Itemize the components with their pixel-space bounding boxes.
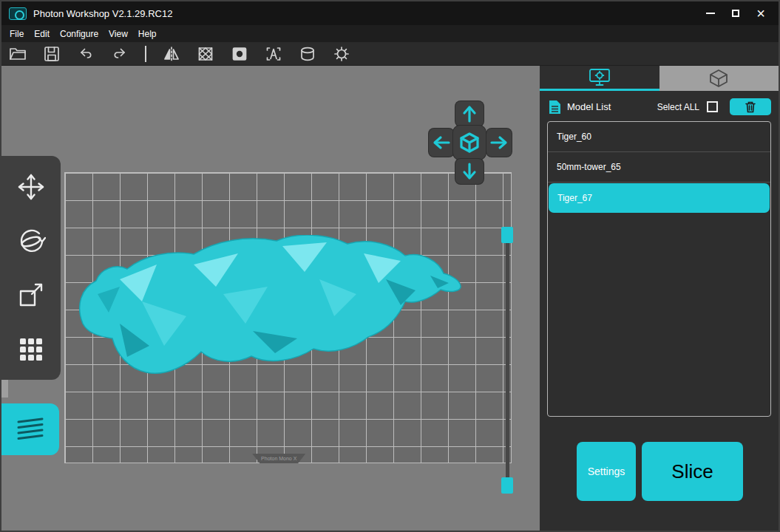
maximize-button[interactable] xyxy=(725,4,746,22)
model-list-item[interactable]: Tiger_67 xyxy=(549,183,770,213)
select-all-checkbox[interactable] xyxy=(707,101,718,112)
text-tool-icon xyxy=(265,45,282,63)
minimize-icon xyxy=(706,13,715,14)
text-tool-button[interactable] xyxy=(265,45,282,63)
nav-down-button[interactable] xyxy=(455,159,484,184)
menu-bar: File Edit Configure View Help xyxy=(1,25,779,42)
move-tool-button[interactable] xyxy=(10,166,52,208)
left-edge-notch xyxy=(1,378,8,398)
arrow-up-icon xyxy=(461,104,478,123)
primitive-cylinder-icon xyxy=(299,45,316,63)
app-window: Photon Workshop V2.1.29.RC12 × File Edit… xyxy=(0,0,780,532)
menu-file[interactable]: File xyxy=(4,27,29,41)
undo-icon xyxy=(77,45,95,63)
model-list-title: Model List xyxy=(567,101,611,112)
monitor-gear-icon xyxy=(589,68,611,87)
move-icon xyxy=(16,172,46,202)
tab-slice-preview[interactable] xyxy=(659,66,779,91)
array-icon xyxy=(16,334,46,364)
viewport-3d[interactable]: Photon Mono X xyxy=(1,66,540,531)
menu-configure[interactable]: Configure xyxy=(55,27,104,41)
toolbar xyxy=(1,42,779,66)
window-controls: × xyxy=(700,4,771,22)
model-list-header: Model List Select ALL xyxy=(540,91,779,121)
arrow-down-icon xyxy=(461,162,478,181)
open-folder-icon xyxy=(9,45,27,63)
model-item-label: Tiger_60 xyxy=(557,132,591,142)
open-button[interactable] xyxy=(9,45,27,63)
model-tiger[interactable] xyxy=(75,235,467,383)
document-icon xyxy=(549,100,561,115)
layers-tool-button[interactable] xyxy=(1,403,59,455)
menu-help[interactable]: Help xyxy=(133,27,162,41)
tab-model-settings[interactable] xyxy=(540,66,659,91)
save-icon xyxy=(43,45,61,63)
settings-button[interactable]: Settings xyxy=(577,442,636,501)
nav-right-button[interactable] xyxy=(486,129,512,157)
minimize-button[interactable] xyxy=(700,4,721,22)
action-buttons: Settings Slice xyxy=(577,442,743,501)
sliced-box-icon xyxy=(709,69,728,88)
z-slider-handle-top[interactable] xyxy=(501,227,513,243)
transform-tool-panel xyxy=(1,156,61,380)
maximize-icon xyxy=(732,10,739,17)
undo-button[interactable] xyxy=(77,45,95,63)
title-bar: Photon Workshop V2.1.29.RC12 × xyxy=(1,1,779,25)
select-all-label: Select ALL xyxy=(657,102,699,112)
main-area: Photon Mono X xyxy=(1,66,779,531)
z-slider-track[interactable] xyxy=(506,233,509,488)
model-list-item[interactable]: Tiger_60 xyxy=(548,122,770,152)
close-button[interactable]: × xyxy=(750,4,771,22)
rotate-tool-button[interactable] xyxy=(10,220,52,262)
arrow-left-icon xyxy=(432,134,451,151)
rotate-icon xyxy=(16,226,46,256)
model-item-label: 50mm-tower_65 xyxy=(557,162,621,172)
menu-edit[interactable]: Edit xyxy=(29,27,55,41)
slice-config-button[interactable] xyxy=(333,45,350,63)
hollow-icon xyxy=(197,45,214,63)
punch-hole-icon xyxy=(231,45,248,63)
nav-left-button[interactable] xyxy=(429,129,454,157)
primitive-button[interactable] xyxy=(299,45,316,63)
mirror-button[interactable] xyxy=(163,45,180,63)
cube-icon xyxy=(458,132,481,154)
right-panel: Model List Select ALL Tiger_60 50mm-towe… xyxy=(540,66,779,531)
z-slider-handle-bottom[interactable] xyxy=(501,477,513,494)
hollow-button[interactable] xyxy=(197,45,214,63)
model-item-label: Tiger_67 xyxy=(557,193,592,203)
app-logo-icon xyxy=(9,7,27,20)
view-navigation-cross xyxy=(429,101,512,184)
redo-button[interactable] xyxy=(111,45,129,63)
redo-icon xyxy=(111,45,129,63)
scale-icon xyxy=(16,280,46,310)
printer-name-label: Photon Mono X xyxy=(252,454,305,463)
mirror-icon xyxy=(163,45,180,63)
model-list: Tiger_60 50mm-tower_65 Tiger_67 xyxy=(547,121,771,417)
arrow-right-icon xyxy=(489,134,509,151)
scale-tool-button[interactable] xyxy=(10,274,52,316)
layers-icon xyxy=(13,415,47,443)
toolbar-separator xyxy=(145,46,146,62)
nav-up-button[interactable] xyxy=(455,101,484,126)
z-height-slider xyxy=(501,227,514,494)
save-button[interactable] xyxy=(43,45,61,63)
nav-home-button[interactable] xyxy=(453,126,486,160)
trash-icon xyxy=(745,100,756,113)
menu-view[interactable]: View xyxy=(104,27,133,41)
delete-button[interactable] xyxy=(730,98,771,115)
close-icon: × xyxy=(756,6,765,21)
punch-hole-button[interactable] xyxy=(231,45,248,63)
array-tool-button[interactable] xyxy=(10,328,52,369)
slice-config-icon xyxy=(333,45,350,63)
slice-button[interactable]: Slice xyxy=(642,442,743,501)
panel-tabs xyxy=(540,66,779,91)
window-title: Photon Workshop V2.1.29.RC12 xyxy=(33,8,172,19)
model-list-item[interactable]: 50mm-tower_65 xyxy=(548,152,770,183)
